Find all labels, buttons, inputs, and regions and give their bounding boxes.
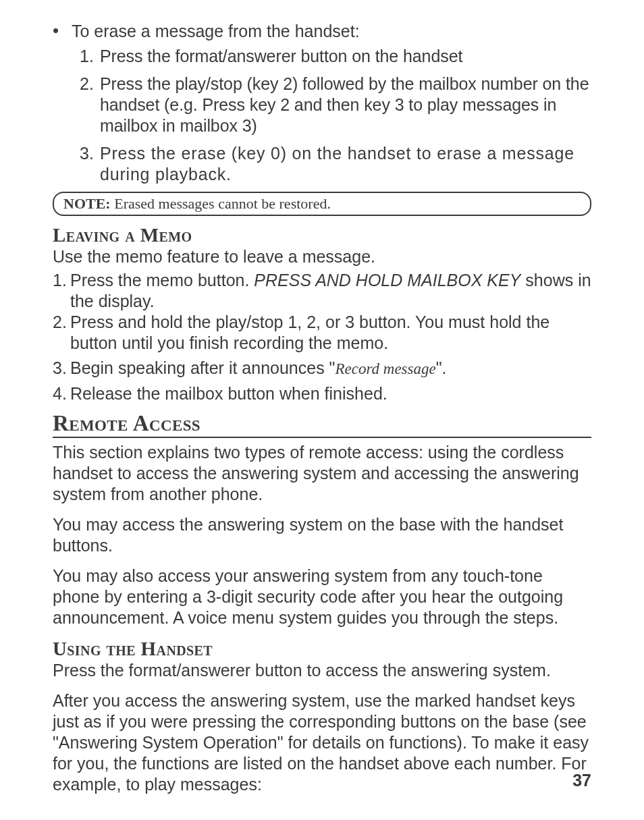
- list-item: 2. Press the play/stop (key 2) followed …: [80, 74, 591, 136]
- list-item: 4. Release the mailbox button when finis…: [53, 383, 591, 404]
- list-item: 3. Press the erase (key 0) on the handse…: [80, 143, 591, 185]
- item-text: Release the mailbox button when finished…: [70, 383, 387, 404]
- item-number: 4.: [53, 383, 70, 404]
- note-text: Erased messages cannot be restored.: [111, 195, 331, 212]
- page-number: 37: [572, 771, 591, 790]
- item-text: Press the play/stop (key 2) followed by …: [100, 74, 591, 136]
- paragraph: You may access the answering system on t…: [53, 514, 591, 556]
- paragraph: This section explains two types of remot…: [53, 442, 591, 505]
- list-item: 2. Press and hold the play/stop 1, 2, or…: [53, 312, 591, 354]
- list-item: 3. Begin speaking after it announces "Re…: [53, 358, 591, 379]
- heading-remote-access: Remote Access: [53, 411, 591, 438]
- bullet-item: • To erase a message from the handset:: [53, 20, 591, 42]
- numbered-list-erase: 1. Press the format/answerer button on t…: [80, 46, 591, 185]
- item-text: Press the erase (key 0) on the handset t…: [100, 143, 591, 185]
- paragraph: After you access the answering system, u…: [53, 690, 591, 795]
- item-text: Press the format/answerer button on the …: [100, 46, 462, 67]
- item-text: Press the memo button. PRESS AND HOLD MA…: [70, 270, 591, 312]
- bullet-icon: •: [53, 20, 72, 42]
- item-number: 2.: [80, 74, 100, 136]
- item-text: Begin speaking after it announces "Recor…: [70, 358, 447, 379]
- item-number: 3.: [80, 143, 100, 185]
- memo-intro: Use the memo feature to leave a message.: [53, 246, 591, 267]
- item-number: 1.: [53, 270, 70, 312]
- heading-leaving-memo: Leaving a Memo: [53, 224, 591, 246]
- list-item: 1. Press the memo button. PRESS AND HOLD…: [53, 270, 591, 312]
- bullet-text: To erase a message from the handset:: [72, 20, 360, 42]
- heading-using-handset: Using the Handset: [53, 638, 591, 660]
- paragraph: You may also access your answering syste…: [53, 566, 591, 628]
- note-box: NOTE: Erased messages cannot be restored…: [53, 192, 591, 216]
- note-label: NOTE:: [63, 195, 111, 212]
- item-number: 3.: [53, 358, 70, 379]
- item-text: Press and hold the play/stop 1, 2, or 3 …: [70, 312, 591, 354]
- paragraph: Press the format/answerer button to acce…: [53, 660, 591, 681]
- item-number: 1.: [80, 46, 100, 67]
- item-number: 2.: [53, 312, 70, 354]
- list-item: 1. Press the format/answerer button on t…: [80, 46, 591, 67]
